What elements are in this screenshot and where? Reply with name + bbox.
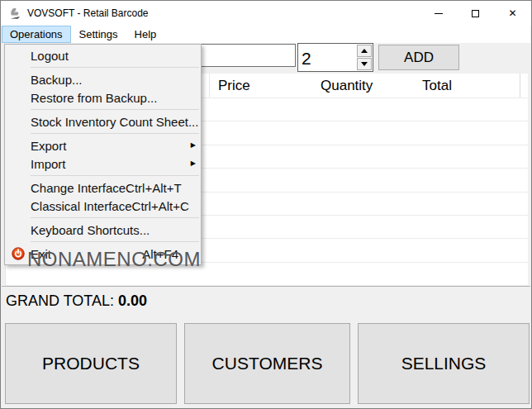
menu-icon-gutter: [5, 70, 31, 88]
minimize-button[interactable]: [420, 1, 457, 26]
menu-separator: [31, 109, 199, 110]
menubar-item-help[interactable]: Help: [126, 26, 165, 43]
window-title: VOVSOFT - Retail Barcode: [27, 7, 149, 19]
menu-item-label: Export: [31, 139, 201, 153]
menu-icon-gutter: [5, 178, 31, 197]
menu-bar: OperationsSettingsHelp: [2, 26, 530, 43]
menu-item-change-interface[interactable]: Change InterfaceCtrl+Alt+T: [5, 178, 201, 197]
menu-item-label: Restore from Backup...: [31, 91, 201, 105]
menu-item-import[interactable]: Import▶: [5, 155, 201, 173]
grand-total-label: GRAND TOTAL:: [6, 292, 114, 309]
menubar-item-settings[interactable]: Settings: [71, 26, 126, 43]
window-controls: ✕: [420, 1, 531, 26]
column-header-price[interactable]: Price: [218, 78, 250, 94]
menu-icon-gutter: [5, 46, 31, 64]
menu-item-export[interactable]: Export▶: [5, 136, 201, 155]
title-bar: VOVSOFT - Retail Barcode ✕: [1, 1, 531, 26]
menu-item-label: Classical Interface: [31, 199, 132, 213]
menu-icon-gutter: [5, 155, 31, 173]
minimize-icon: [435, 13, 443, 14]
sellings-button[interactable]: SELLINGS: [358, 323, 530, 404]
column-header-total[interactable]: Total: [422, 78, 452, 94]
menu-item-restore-from-backup[interactable]: Restore from Backup...: [5, 88, 201, 107]
spin-up-button[interactable]: [357, 45, 372, 57]
menu-item-label: Backup...: [31, 73, 201, 87]
menu-item-label: Import: [31, 157, 201, 171]
close-icon: ✕: [508, 8, 516, 18]
customers-button[interactable]: CUSTOMERS: [184, 323, 350, 404]
menu-item-label: Stock Inventory Count Sheet...: [31, 115, 201, 129]
chevron-down-icon: [361, 62, 368, 66]
menu-separator: [31, 67, 199, 68]
menu-item-backup[interactable]: Backup...: [5, 70, 201, 88]
maximize-icon: [472, 10, 479, 17]
submenu-arrow-icon: ▶: [191, 142, 196, 149]
menu-separator: [31, 175, 199, 176]
menu-icon-gutter: [5, 136, 31, 155]
quantity-stepper[interactable]: [297, 43, 373, 72]
grand-total-value: 0.00: [118, 292, 147, 309]
watermark-text: NONAMENO.COM: [27, 248, 201, 271]
menu-item-label: Change Interface: [31, 181, 126, 195]
app-window: VOVSOFT - Retail Barcode ✕ OperationsSet…: [0, 0, 532, 409]
menu-separator: [31, 133, 199, 134]
submenu-arrow-icon: ▶: [191, 160, 196, 167]
chevron-up-icon: [361, 49, 368, 53]
menu-item-stock-inventory-count-sheet[interactable]: Stock Inventory Count Sheet...: [5, 112, 201, 131]
menu-item-logout[interactable]: Logout: [5, 46, 201, 64]
operations-menu: LogoutBackup...Restore from Backup...Sto…: [4, 44, 202, 265]
menu-item-shortcut: Ctrl+Alt+C: [132, 199, 189, 213]
menu-icon-gutter: [5, 221, 31, 239]
app-logo-icon: [8, 7, 22, 21]
menu-item-classical-interface[interactable]: Classical InterfaceCtrl+Alt+C: [5, 197, 201, 215]
menu-item-keyboard-shortcuts[interactable]: Keyboard Shortcuts...: [5, 221, 201, 239]
menu-item-label: Logout: [31, 49, 201, 63]
grand-total: GRAND TOTAL: 0.00: [6, 292, 147, 310]
quantity-input[interactable]: [298, 44, 356, 71]
add-button[interactable]: ADD: [378, 45, 459, 70]
menu-item-label: Keyboard Shortcuts...: [31, 223, 201, 237]
maximize-button[interactable]: [457, 1, 494, 26]
column-header-quantity[interactable]: Quantity: [321, 78, 373, 94]
products-button[interactable]: PRODUCTS: [5, 323, 177, 404]
footer-panel: GRAND TOTAL: 0.00 PRODUCTSCUSTOMERSSELLI…: [2, 286, 530, 407]
menu-icon-gutter: [5, 88, 31, 107]
spin-down-button[interactable]: [357, 58, 372, 70]
spinner-buttons: [357, 45, 372, 70]
menu-icon-gutter: [5, 112, 31, 131]
close-button[interactable]: ✕: [494, 1, 531, 26]
menu-item-shortcut: Ctrl+Alt+T: [126, 181, 182, 195]
menu-icon-gutter: [5, 197, 31, 215]
menu-separator: [31, 241, 199, 242]
menubar-item-operations[interactable]: Operations: [2, 26, 71, 43]
menu-separator: [31, 217, 199, 218]
